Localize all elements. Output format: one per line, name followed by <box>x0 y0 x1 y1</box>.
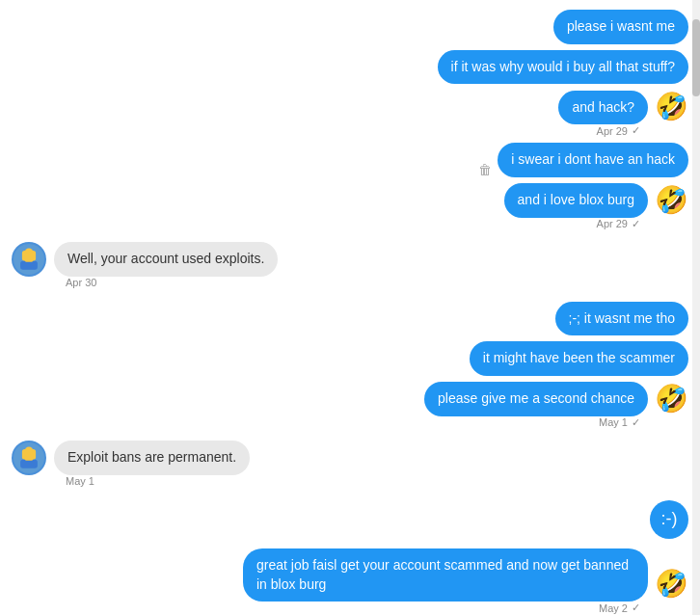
bubble-left: Exploit bans are permanent. <box>54 441 250 475</box>
troll-face-icon: 🤣 <box>654 382 688 416</box>
chat-container: please i wasnt me if it was why would i … <box>0 0 700 615</box>
svg-rect-4 <box>25 254 34 261</box>
timestamp: May 1 <box>12 475 94 487</box>
troll-face-icon: 🤣 <box>654 90 688 124</box>
scrollbar-thumb[interactable] <box>692 19 700 96</box>
bubble-right: please give me a second chance <box>424 382 648 416</box>
svg-rect-2 <box>20 261 38 270</box>
timestamp: May 2 ✓ <box>599 602 688 614</box>
bubble-right: and i love blox burg <box>504 183 648 218</box>
bubble-right: ;-; it wasnt me tho <box>555 302 688 336</box>
bubble-right: i swear i dont have an hack <box>498 143 688 177</box>
svg-rect-9 <box>25 454 34 461</box>
timestamp: Apr 30 <box>12 277 96 288</box>
message-row: ;-; it wasnt me tho <box>0 302 700 336</box>
check-icon: ✓ <box>632 416 640 429</box>
check-icon: ✓ <box>632 602 640 614</box>
avatar <box>12 441 46 475</box>
avatar <box>12 242 46 277</box>
timestamp: Apr 29 ✓ <box>597 218 688 230</box>
message-row: if it was why would i buy all that stuff… <box>0 50 700 85</box>
troll-face-icon: 🤣 <box>654 567 688 602</box>
message-row: please i wasnt me <box>0 10 700 44</box>
message-row: it might have been the scammer <box>0 341 700 376</box>
check-icon: ✓ <box>632 124 640 137</box>
timestamp: May 1 ✓ <box>599 416 688 429</box>
message-row: :-) <box>0 500 700 539</box>
timestamp: Apr 29 ✓ <box>597 124 688 137</box>
delete-icon[interactable]: 🗑 <box>478 162 492 177</box>
emoji-bubble: :-) <box>650 500 688 539</box>
bubble-right: and hack? <box>558 91 648 125</box>
bubble-right: please i wasnt me <box>553 10 688 44</box>
scrollbar[interactable] <box>692 0 700 615</box>
bubble-left: Well, your account used exploits. <box>54 242 278 277</box>
svg-rect-7 <box>20 460 38 468</box>
bubble-right: great job faisl get your account scammed… <box>243 548 648 602</box>
bubble-right: if it was why would i buy all that stuff… <box>438 50 688 85</box>
troll-face-icon: 🤣 <box>654 183 688 218</box>
check-icon: ✓ <box>632 218 640 230</box>
bubble-right: it might have been the scammer <box>470 341 688 376</box>
message-row: 🗑 i swear i dont have an hack <box>0 143 700 177</box>
